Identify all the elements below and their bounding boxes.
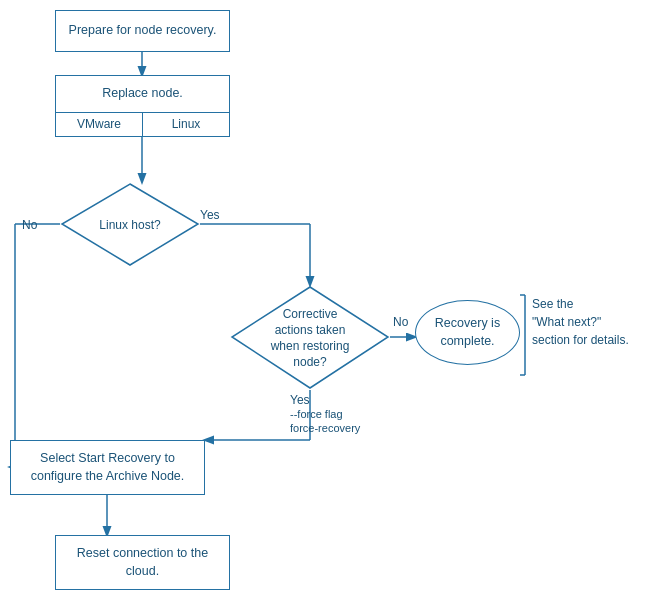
yes-linux-label: Yes [200, 208, 220, 222]
replace-sub-row: VMware Linux [56, 112, 229, 136]
replace-box: Replace node. VMware Linux [55, 75, 230, 137]
vmware-cell: VMware [56, 113, 143, 136]
corrective-diamond: Corrective actions taken when restoring … [230, 285, 390, 390]
linux-diamond-svg [60, 182, 200, 267]
linux-cell: Linux [143, 113, 229, 136]
linux-host-diamond: Linux host? [60, 182, 200, 267]
replace-label: Replace node. [56, 76, 229, 112]
no-linux-label: No [22, 218, 37, 232]
reset-box: Reset connection to thecloud. [55, 535, 230, 590]
brace-label: See the"What next?"section for details. [532, 295, 629, 349]
recovery-ellipse: Recovery is complete. [415, 300, 520, 365]
svg-marker-15 [232, 287, 388, 388]
yes-corrective-label: Yes--force flagforce-recovery [290, 393, 360, 435]
svg-marker-14 [62, 184, 198, 265]
corrective-diamond-svg [230, 285, 390, 390]
select-start-box: Select Start Recovery toconfigure the Ar… [10, 440, 205, 495]
flowchart-diagram: Prepare for node recovery. Replace node.… [0, 0, 663, 613]
no-corrective-label: No [393, 315, 408, 329]
prepare-box: Prepare for node recovery. [55, 10, 230, 52]
